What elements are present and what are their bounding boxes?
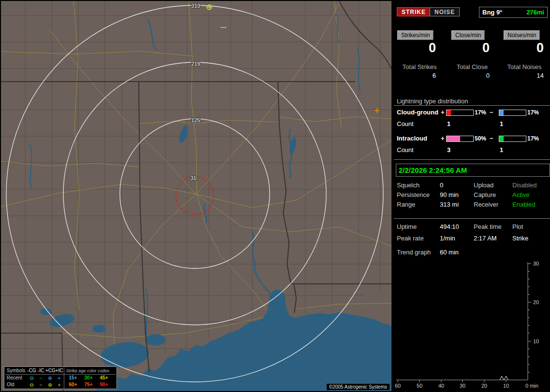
cg-minus-count: 1: [500, 120, 503, 127]
trend-data-spikes: [500, 376, 508, 380]
legend-old-ages: 60+ 75+ 90+: [64, 381, 112, 388]
close-per-min-chip[interactable]: Close/min: [451, 30, 485, 40]
x-tick-40: 40: [438, 383, 444, 389]
plot-value: Strike: [512, 235, 528, 242]
cg-plus-pct: 17%: [475, 109, 486, 116]
total-close-label: Total Close: [447, 63, 498, 70]
distance-value: 276mi: [526, 9, 544, 16]
range-label-125: 125: [191, 117, 200, 123]
total-noises-value: 14: [514, 72, 544, 79]
ic-plus-bar: [446, 136, 474, 142]
old-pos-cg-icon: ⊕: [45, 381, 55, 388]
distribution-title: Lightning type distribution: [397, 98, 468, 105]
strike-symbol-circle-plus: [207, 5, 212, 10]
age-45: 45+: [96, 375, 112, 381]
age-75: 75+: [81, 381, 96, 388]
close-per-min-value: 0: [460, 41, 490, 56]
x-tick-50: 50: [417, 383, 422, 389]
dist-count-row-cloud-ground: Count 1 1: [394, 120, 550, 128]
legend-header-row: Symbols -CG -IC +CG +IC Strike age color…: [5, 367, 116, 375]
cg-minus-pct: 17%: [527, 109, 539, 116]
squelch-label: Squelch: [397, 182, 420, 189]
map-svg[interactable]: 313 219 125 31: [1, 1, 391, 391]
noises-per-min-chip[interactable]: Noises/min: [504, 30, 540, 40]
persistence-value: 90 min: [440, 191, 459, 198]
old-neg-cg-icon: ⊖: [27, 381, 36, 388]
legend-recent-label: Recent: [5, 375, 27, 381]
range-label-313: 313: [191, 3, 200, 9]
dist-count-row-intracloud: Count 3 1: [394, 146, 550, 154]
upload-status: Disabled: [512, 182, 537, 189]
settings-row-1: Squelch 0 Upload Disabled: [394, 182, 550, 190]
ic-minus-bar: [499, 136, 526, 142]
range-label-31: 31: [190, 175, 196, 181]
count-label: Count: [397, 120, 414, 127]
legend-col-pos-ic: +IC: [55, 367, 64, 374]
old-neg-ic-icon: −: [36, 381, 45, 388]
ic-plus-bar-fill: [447, 136, 460, 141]
trend-axes: [396, 262, 531, 382]
peak-time-value: 2:17 AM: [474, 235, 497, 242]
plus-sign: +: [441, 109, 445, 116]
x-tick-0-min: 0 min: [525, 383, 538, 389]
status-panel: STRIKE NOISE Bng 9° 276mi Strikes/min Cl…: [394, 0, 550, 392]
recent-neg-cg-icon: ⊖: [27, 375, 36, 381]
recent-neg-ic-icon: −: [36, 375, 45, 381]
y-tick-20: 20: [533, 299, 539, 305]
x-tick-60: 60: [395, 383, 401, 389]
legend-col-neg-cg: -CG: [27, 367, 36, 374]
stats-row-2: Peak rate 1/min 2:17 AM Strike: [394, 235, 550, 243]
noise-mode-button[interactable]: NOISE: [430, 7, 460, 16]
x-tick-30: 30: [460, 383, 465, 389]
minus-sign: −: [490, 135, 493, 142]
settings-row-3: Range 313 mi Receiver Enabled: [394, 201, 550, 210]
stats-row-3: Trend graph 60 min: [394, 249, 550, 257]
total-strikes-label: Total Strikes: [394, 63, 445, 70]
strikes-per-min-value: 0: [406, 41, 436, 56]
cg-plus-bar: [446, 110, 474, 116]
peak-rate-value: 1/min: [440, 235, 455, 242]
dist-row-intracloud: Intracloud + 50% − 17%: [394, 135, 550, 142]
ic-plus-count: 3: [447, 146, 450, 154]
age-90: 90+: [96, 381, 112, 388]
separator: [394, 159, 550, 160]
plus-sign: +: [441, 135, 445, 142]
strikes-per-min-chip[interactable]: Strikes/min: [397, 30, 434, 40]
strike-mode-button[interactable]: STRIKE: [397, 7, 431, 16]
receiver-status: Enabled: [512, 201, 536, 208]
legend-col-neg-ic: -IC: [36, 367, 45, 374]
age-60: 60+: [65, 381, 81, 388]
persistence-label: Persistence: [397, 191, 430, 198]
trend-spike: [504, 376, 508, 380]
uptime-label: Uptime: [397, 223, 417, 230]
dist-row-cloud-ground: Cloud-ground + 17% − 17%: [394, 109, 550, 116]
ic-minus-bar-fill: [499, 136, 504, 141]
copyright-text: ©2005 Astrogenic Systems: [327, 384, 390, 390]
noises-per-min-value: 0: [514, 41, 544, 56]
bearing-value: Bng 9°: [482, 9, 502, 16]
legend-recent-ages: 15+ 30+ 45+: [64, 375, 112, 381]
legend-col-pos-cg: +CG: [45, 367, 55, 374]
range-label: Range: [397, 201, 415, 208]
peak-rate-label: Peak rate: [397, 235, 424, 242]
squelch-value: 0: [440, 182, 443, 189]
capture-label: Capture: [474, 191, 496, 198]
legend-old-label: Old: [5, 381, 27, 388]
legend-age-header: Strike age color codes: [64, 367, 116, 374]
total-noises-label: Total Noises: [499, 63, 550, 70]
map-legend: Symbols -CG -IC +CG +IC Strike age color…: [4, 366, 117, 389]
lightning-map[interactable]: 313 219 125 31 Symbols -CG -IC +CG +IC S…: [1, 1, 391, 391]
peak-time-label: Peak time: [474, 223, 502, 230]
cg-minus-bar-fill: [499, 110, 504, 115]
age-15: 15+: [65, 375, 81, 381]
trend-tick-labels: 30 20 10 60 50 40 30 20 10 0 min: [395, 261, 539, 389]
upload-label: Upload: [474, 182, 493, 189]
count-label: Count: [397, 146, 414, 154]
trend-graph: 30 20 10 60 50 40 30 20 10 0 min: [394, 260, 550, 391]
datetime-value: 2/2/2026 2:24:56 AM: [399, 166, 467, 174]
stats-row-1: Uptime 494:10 Peak time Plot: [394, 223, 550, 232]
receiver-label: Receiver: [474, 201, 498, 208]
range-value: 313 mi: [440, 201, 459, 208]
legend-symbols-header: Symbols: [5, 367, 27, 374]
ic-minus-pct: 17%: [527, 135, 539, 142]
